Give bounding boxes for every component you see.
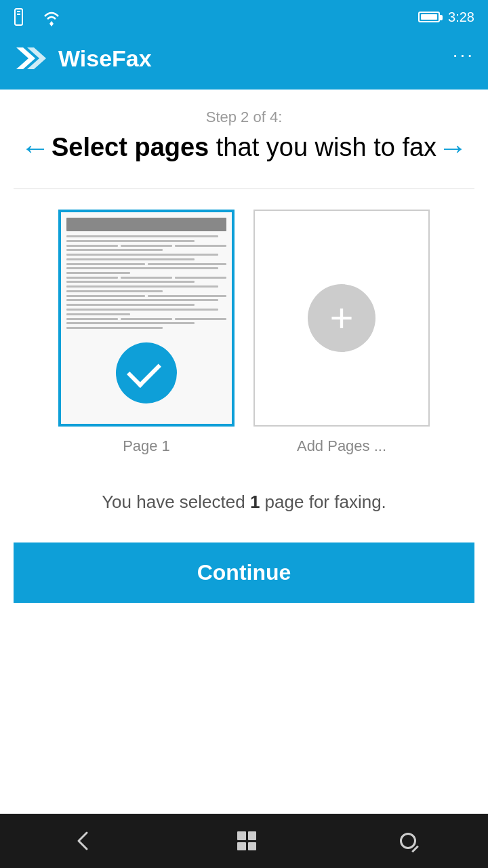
step-heading-normal: that you wish to fax	[209, 133, 436, 161]
selection-info: You have selected 1 page for faxing.	[0, 475, 488, 542]
add-pages-card[interactable]: + Add Pages ...	[253, 210, 430, 455]
step-heading: Select pages that you wish to fax	[20, 132, 468, 164]
wisefax-logo-icon	[14, 41, 49, 76]
add-pages-thumbnail[interactable]: +	[253, 210, 430, 427]
step-section: Step 2 of 4: ← Select pages that you wis…	[0, 90, 488, 182]
status-right: 3:28	[418, 9, 474, 25]
add-pages-plus-icon: +	[308, 284, 375, 352]
main-content: Step 2 of 4: ← Select pages that you wis…	[0, 90, 488, 603]
back-arrow-icon	[72, 830, 94, 852]
prev-step-button[interactable]: ←	[20, 131, 50, 165]
status-icons	[14, 7, 62, 26]
wifi-icon	[41, 7, 62, 26]
selection-suffix: page for faxing.	[260, 492, 386, 512]
section-divider	[14, 189, 474, 189]
page-1-label: Page 1	[123, 437, 170, 455]
pages-grid: Page 1 + Add Pages ...	[0, 210, 488, 455]
battery-icon	[418, 12, 440, 22]
windows-logo-icon	[237, 831, 256, 850]
page-selected-checkmark	[116, 342, 177, 403]
continue-button[interactable]: Continue	[14, 542, 474, 603]
next-step-button[interactable]: →	[438, 131, 468, 165]
search-icon	[400, 833, 416, 849]
bottom-nav-bar	[0, 814, 488, 868]
home-button[interactable]	[237, 831, 256, 850]
time-display: 3:28	[448, 9, 474, 25]
logo: WiseFax	[14, 41, 152, 76]
page-1-thumbnail[interactable]	[58, 210, 235, 427]
form-lines	[61, 212, 232, 337]
step-label: Step 2 of 4:	[20, 108, 468, 126]
step-heading-bold: Select pages	[52, 133, 209, 161]
back-button[interactable]	[72, 830, 94, 852]
sim-icon	[14, 7, 34, 26]
app-name: WiseFax	[58, 45, 152, 72]
status-bar: 3:28	[0, 0, 488, 34]
logo-icon	[14, 41, 49, 76]
more-menu-button[interactable]: ···	[453, 44, 474, 73]
app-header: WiseFax ···	[0, 34, 488, 90]
step-nav: ← Select pages that you wish to fax →	[20, 132, 468, 164]
search-button[interactable]	[400, 833, 416, 849]
selection-count: 1	[250, 492, 260, 512]
selection-prefix: You have selected	[102, 492, 250, 512]
add-pages-label: Add Pages ...	[297, 437, 386, 455]
page-1-card[interactable]: Page 1	[58, 210, 235, 455]
